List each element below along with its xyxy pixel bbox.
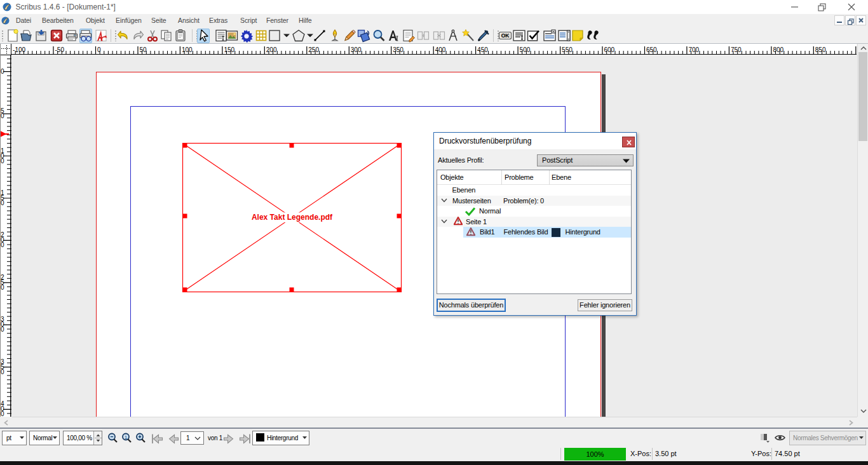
svg-text:0: 0 [1,68,4,75]
svg-text:150: 150 [224,46,234,53]
svg-text:400: 400 [435,46,446,53]
svg-text:0: 0 [1,241,4,248]
svg-text:Alex Takt Legende.pdf: Alex Takt Legende.pdf [252,213,333,222]
svg-text:OK: OK [501,32,510,39]
svg-text:750: 750 [731,46,742,53]
svg-text:450: 450 [477,46,488,53]
svg-text:350: 350 [393,46,403,53]
svg-text:550: 550 [562,46,573,53]
svg-text:0: 0 [1,158,4,165]
svg-text:650: 650 [646,46,657,53]
svg-text:0: 0 [1,410,4,417]
svg-text:250: 250 [308,46,319,53]
svg-text:0: 0 [1,112,4,119]
svg-text:-100: -100 [13,46,25,53]
svg-text:0: 0 [1,326,4,333]
svg-text:500: 500 [520,46,531,53]
svg-text:200: 200 [266,46,277,53]
svg-text:0: 0 [1,284,4,291]
svg-text:100: 100 [182,46,193,53]
svg-text:1: 1 [125,435,127,440]
svg-text:0: 0 [1,368,4,375]
svg-text:800: 800 [773,46,783,53]
svg-text:700: 700 [688,46,699,53]
svg-text:50: 50 [140,46,147,53]
svg-text:600: 600 [604,46,615,53]
svg-text:850: 850 [815,46,826,53]
svg-text:-50: -50 [55,46,65,53]
svg-text:0: 0 [97,46,101,53]
svg-text:0: 0 [1,199,4,206]
svg-text:300: 300 [351,46,362,53]
